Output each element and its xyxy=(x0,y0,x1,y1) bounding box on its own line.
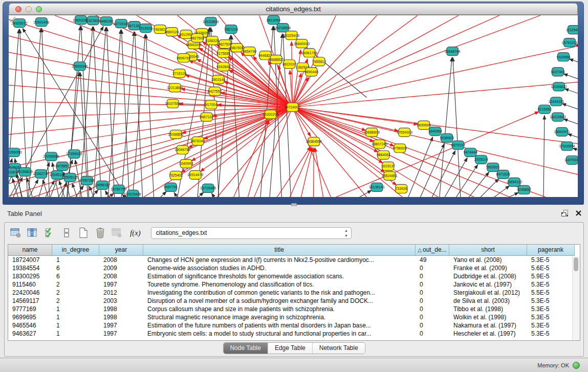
cell-in_degree: 2 xyxy=(52,297,99,305)
table-source-value: citations_edges.txt xyxy=(156,229,207,236)
cell-out_de: 0 xyxy=(416,313,449,321)
cell-out_de: 0 xyxy=(416,321,449,330)
scrollbar-thumb[interactable] xyxy=(574,257,578,271)
column-header-year[interactable]: year xyxy=(99,245,143,256)
cell-pagerank: 5.9E-5 xyxy=(527,272,575,280)
cell-pagerank: 5.3E-5 xyxy=(527,305,575,313)
cell-short: Dudbridge et al. (2008) xyxy=(449,272,527,280)
table-row[interactable]: 969969511998Structural magnetic resonanc… xyxy=(8,313,580,321)
cell-in_degree: 2 xyxy=(52,280,99,289)
resize-grip-icon[interactable] xyxy=(9,15,578,197)
sort-ascending-icon: △ xyxy=(418,247,422,253)
column-header-pagerank[interactable]: pagerank xyxy=(527,245,575,256)
table-header: namein_degreeyeartitle△out_de...shortpag… xyxy=(8,245,580,256)
cell-in_degree: 1 xyxy=(52,256,99,264)
table-row[interactable]: 911546021997Tourette syndrome. Phenomeno… xyxy=(8,280,580,289)
cell-short: Franke et al. (2009) xyxy=(449,264,527,272)
network-view-frame: citations_edges.txt 24935572206914061065… xyxy=(3,2,584,205)
cell-name: 9777169 xyxy=(8,305,52,313)
memory-status-indicator[interactable] xyxy=(573,362,580,369)
table-row[interactable]: 977716911998Corpus callosum shape and si… xyxy=(8,305,580,313)
cell-short: Hescheler et al. (1997) xyxy=(449,330,527,338)
status-bar: Memory: OK xyxy=(0,358,588,372)
cell-pagerank: 5.3E-5 xyxy=(527,330,575,338)
row-height-icon[interactable] xyxy=(59,226,73,240)
column-header-short[interactable]: short xyxy=(449,245,527,256)
cell-short: de Silva et al. (2003) xyxy=(449,297,527,305)
cell-out_de: 0 xyxy=(416,280,449,289)
cell-year: 1998 xyxy=(99,313,143,321)
cell-short: Nakamura et al. (1997) xyxy=(449,321,527,330)
network-window-titlebar[interactable]: citations_edges.txt xyxy=(9,3,578,15)
delete-column-icon[interactable] xyxy=(93,226,107,240)
table-source-select[interactable]: citations_edges.txt ▲▼ xyxy=(151,227,352,239)
cell-pagerank: 5.3E-5 xyxy=(527,280,575,289)
cell-in_degree: 2 xyxy=(52,289,99,297)
column-header-title[interactable]: title xyxy=(143,245,416,256)
table-row[interactable]: 2242004622012Investigating the contribut… xyxy=(8,289,580,297)
tab-edge-table[interactable]: Edge Table xyxy=(268,343,313,354)
cell-out_de: 49 xyxy=(416,256,449,264)
create-new-table-icon[interactable] xyxy=(76,226,90,240)
table-row[interactable]: 946362711997Embryonic stem cells: a mode… xyxy=(8,330,580,338)
network-canvas[interactable]: 2493557220691406106532871327602846616010… xyxy=(9,15,578,197)
cell-title: Tourette syndrome. Phenomenology and cla… xyxy=(143,280,416,289)
cell-name: 9465546 xyxy=(8,321,52,330)
cell-name: 18300295 xyxy=(8,272,52,280)
close-panel-icon[interactable] xyxy=(575,210,582,216)
table-type-tabs: Node TableEdge TableNetwork Table xyxy=(223,342,365,354)
cell-pagerank: 5.3E-5 xyxy=(527,256,575,264)
cell-year: 2009 xyxy=(99,264,143,272)
cell-name: 9463627 xyxy=(8,330,52,338)
cell-out_de: 0 xyxy=(416,297,449,305)
function-builder-icon[interactable]: f(x) xyxy=(130,229,141,237)
cell-in_degree: 1 xyxy=(52,305,99,313)
table-options-icon[interactable] xyxy=(9,226,23,240)
table-row[interactable]: 1456911722003Disruption of a novel membe… xyxy=(8,297,580,305)
table-panel-body: f(x) citations_edges.txt ▲▼ namein_degre… xyxy=(4,222,584,357)
cell-year: 1998 xyxy=(99,305,143,313)
column-header-name[interactable]: name xyxy=(8,245,52,256)
node-table: namein_degreeyeartitle△out_de...shortpag… xyxy=(8,244,580,341)
cell-out_de: 0 xyxy=(416,289,449,297)
cell-in_degree: 6 xyxy=(52,264,99,272)
tab-network-table[interactable]: Network Table xyxy=(313,343,365,354)
cell-year: 1997 xyxy=(99,330,143,338)
cell-title: Estimation of significance thresholds fo… xyxy=(143,272,416,280)
cell-out_de: 0 xyxy=(416,272,449,280)
cell-title: Changes of HCN gene expression and I(f) … xyxy=(143,256,416,264)
table-panel-header: Table Panel xyxy=(0,206,588,222)
cell-title: Disruption of a novel member of a sodium… xyxy=(143,297,416,305)
table-row[interactable]: 1938455462009Genome-wide association stu… xyxy=(8,264,580,272)
cell-in_degree: 1 xyxy=(52,313,99,321)
table-row[interactable]: 1872400712008Changes of HCN gene express… xyxy=(8,256,580,264)
cell-in_degree: 1 xyxy=(52,321,99,330)
cell-year: 2003 xyxy=(99,297,143,305)
table-panel-title: Table Panel xyxy=(7,210,42,217)
combo-stepper-icon: ▲▼ xyxy=(344,228,348,238)
cell-title: Estimation of the future numbers of pati… xyxy=(143,321,416,330)
cell-name: 22420046 xyxy=(8,289,52,297)
cell-name: 19384554 xyxy=(8,264,52,272)
table-panel: Table Panel f(x) citations_edges.txt ▲▼ xyxy=(0,206,588,358)
cell-out_de: 0 xyxy=(416,305,449,313)
cell-name: 9115460 xyxy=(8,280,52,289)
delete-table-disabled-icon[interactable] xyxy=(110,226,124,240)
select-all-rows-icon[interactable] xyxy=(42,226,56,240)
cell-name: 18724007 xyxy=(8,256,52,264)
table-row[interactable]: 1830029562008Estimation of significance … xyxy=(8,272,580,280)
cell-out_de: 0 xyxy=(416,330,449,338)
cell-title: Corpus callosum shape and size in male p… xyxy=(143,305,416,313)
column-header-out_de[interactable]: △out_de... xyxy=(416,245,449,256)
cell-year: 1997 xyxy=(99,280,143,289)
cell-short: Stergiakouli et al. (2012) xyxy=(449,289,527,297)
cell-title: Investigating the contribution of common… xyxy=(143,289,416,297)
select-columns-icon[interactable] xyxy=(26,226,39,240)
table-row[interactable]: 946554611997Estimation of the future num… xyxy=(8,321,580,330)
tab-node-table[interactable]: Node Table xyxy=(223,343,268,354)
cell-in_degree: 6 xyxy=(52,272,99,280)
column-header-in_degree[interactable]: in_degree xyxy=(52,245,99,256)
vertical-scrollbar[interactable] xyxy=(572,256,580,340)
cell-pagerank: 5.5E-5 xyxy=(527,289,575,297)
float-panel-icon[interactable] xyxy=(561,209,569,217)
